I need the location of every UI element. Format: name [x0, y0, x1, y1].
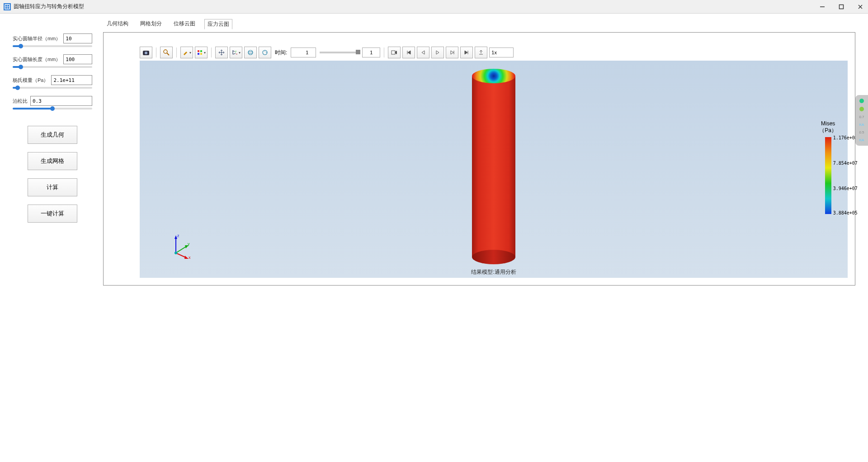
generate-geometry-button[interactable]: 生成几何: [28, 126, 77, 144]
camera-icon[interactable]: [140, 47, 152, 58]
side-performance-widget[interactable]: 0.7 KA 0.5 KA: [855, 95, 868, 146]
svg-rect-8: [200, 50, 202, 52]
minimize-button[interactable]: [818, 3, 826, 11]
svg-text:x: x: [236, 52, 237, 55]
tabs: 几何结构 网格划分 位移云图 应力云图: [103, 17, 855, 32]
time-slider[interactable]: [320, 52, 359, 53]
svg-text:x: x: [189, 255, 191, 260]
tab-stress[interactable]: 应力云图: [204, 19, 232, 29]
svg-rect-2: [840, 5, 844, 9]
svg-line-6: [167, 53, 169, 55]
cylinder-top: [472, 69, 515, 83]
move-icon[interactable]: [215, 47, 228, 58]
length-slider[interactable]: [13, 66, 92, 68]
legend-tick-2: 3.946e+07: [833, 186, 858, 191]
globe-icon[interactable]: [244, 47, 257, 58]
radius-label: 实心圆轴半径（mm）: [13, 35, 61, 42]
status-dot-2: [859, 107, 864, 111]
maximize-button[interactable]: [837, 3, 845, 11]
legend-bar: [825, 137, 831, 214]
svg-marker-22: [184, 256, 189, 259]
svg-rect-16: [392, 51, 395, 54]
svg-point-14: [248, 52, 253, 53]
time-label: 时间:: [275, 49, 287, 57]
svg-rect-9: [198, 53, 199, 55]
svg-text:z: z: [177, 233, 179, 238]
close-button[interactable]: [856, 3, 864, 11]
status-dot-1: [859, 99, 864, 103]
widget-val-1: 0.7: [859, 115, 864, 119]
length-input[interactable]: [63, 54, 92, 64]
speed-select[interactable]: [489, 48, 514, 57]
svg-rect-7: [198, 50, 199, 52]
poisson-slider[interactable]: [13, 108, 92, 110]
svg-point-4: [145, 52, 147, 54]
step-forward-icon[interactable]: [446, 47, 458, 58]
svg-text:y: y: [188, 242, 190, 246]
rotate-view-icon[interactable]: [259, 47, 271, 58]
tab-mesh[interactable]: 网格划分: [137, 19, 165, 29]
svg-line-19: [176, 246, 187, 253]
zoom-icon[interactable]: [160, 47, 173, 58]
param-radius: 实心圆轴半径（mm）: [13, 33, 92, 47]
youngs-input[interactable]: [51, 75, 92, 85]
titlebar: 圆轴扭转应力与转角分析模型: [0, 0, 868, 14]
length-label: 实心圆轴长度（mm）: [13, 56, 61, 63]
legend-tick-0: 1.176e+08: [833, 135, 858, 140]
legend-unit: （Pa）: [819, 127, 837, 134]
svg-rect-10: [200, 53, 202, 55]
legend-title: Mises: [819, 120, 837, 127]
legend-tick-3: 3.884e+05: [833, 210, 858, 215]
cube-color-icon[interactable]: [195, 47, 208, 58]
svg-point-23: [175, 252, 177, 254]
tab-geometry[interactable]: 几何结构: [104, 19, 131, 29]
poisson-input[interactable]: [30, 96, 92, 106]
axes-icon[interactable]: yx: [230, 47, 242, 58]
youngs-slider[interactable]: [13, 87, 92, 89]
app-icon: [4, 3, 11, 10]
poisson-label: 泊松比: [13, 98, 28, 105]
content: 几何结构 网格划分 位移云图 应力云图 yx 时间:: [99, 14, 868, 462]
widget-unit-2: KA: [859, 138, 864, 142]
color-legend: Mises （Pa） 1.176e+08 7.854e+07 3.946e+07…: [819, 120, 837, 218]
sidebar: 实心圆轴半径（mm） 实心圆轴长度（mm） 杨氏模量（Pa） 泊松比: [0, 14, 99, 462]
radius-slider[interactable]: [13, 45, 92, 47]
param-length: 实心圆轴长度（mm）: [13, 54, 92, 68]
legend-tick-1: 7.854e+07: [833, 161, 858, 166]
calculate-button[interactable]: 计算: [28, 178, 77, 196]
viewport-3d[interactable]: z y x 结果模型:通用分析 Mises （Pa） 1.176e+08 7.8…: [140, 61, 848, 278]
result-caption: 结果模型:通用分析: [471, 268, 516, 276]
param-youngs: 杨氏模量（Pa）: [13, 75, 92, 89]
svg-point-5: [164, 50, 167, 53]
radius-input[interactable]: [63, 33, 92, 43]
step-back-icon[interactable]: [417, 47, 429, 58]
generate-mesh-button[interactable]: 生成网格: [28, 152, 77, 170]
youngs-label: 杨氏模量（Pa）: [13, 77, 48, 84]
step-input[interactable]: [362, 48, 380, 57]
action-buttons: 生成几何 生成网格 计算 一键计算: [13, 126, 92, 223]
record-icon[interactable]: [388, 47, 401, 58]
viewer-frame: yx 时间:: [103, 32, 855, 286]
param-poisson: 泊松比: [13, 96, 92, 110]
widget-val-2: 0.5: [859, 130, 864, 134]
widget-unit-1: KA: [859, 123, 864, 127]
export-icon[interactable]: [475, 47, 487, 58]
time-input[interactable]: [291, 48, 316, 57]
tab-displacement[interactable]: 位移云图: [171, 19, 198, 29]
result-cylinder: [472, 69, 515, 264]
cylinder-body: [472, 76, 515, 257]
viewer-toolbar: yx 时间:: [140, 46, 514, 59]
play-icon[interactable]: [431, 47, 444, 58]
cylinder-bottom: [472, 250, 515, 264]
skip-start-icon[interactable]: [402, 47, 415, 58]
window-title: 圆轴扭转应力与转角分析模型: [14, 3, 818, 10]
brush-icon[interactable]: [180, 47, 193, 58]
skip-end-icon[interactable]: [460, 47, 473, 58]
window-controls: [818, 3, 864, 11]
onekey-calculate-button[interactable]: 一键计算: [28, 205, 77, 223]
svg-point-13: [248, 50, 253, 55]
axis-triad-icon: z y x: [167, 233, 194, 260]
main: 实心圆轴半径（mm） 实心圆轴长度（mm） 杨氏模量（Pa） 泊松比: [0, 14, 868, 462]
